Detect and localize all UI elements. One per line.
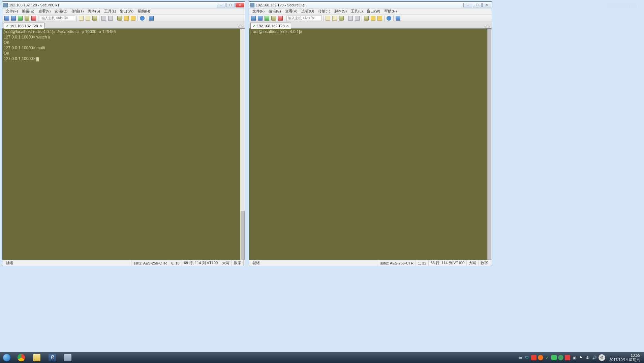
toolbar-quick-connect-icon[interactable] (257, 15, 263, 21)
maximize-button[interactable]: ☐ (473, 3, 482, 7)
toolbar-options-icon[interactable] (123, 15, 129, 21)
tray-flag-icon[interactable]: ⚑ (578, 355, 584, 360)
toolbar-reconnect-icon[interactable] (24, 15, 30, 21)
tray-volume-icon[interactable]: 🔊 (592, 355, 597, 360)
terminal-area[interactable]: [root@localhost redis-4.0.1]# ./src/redi… (2, 29, 245, 260)
app-icon (250, 3, 254, 7)
toolbar-key-icon[interactable] (130, 15, 136, 21)
tray-icon[interactable]: ▣ (572, 355, 577, 360)
toolbar-quick-connect-icon[interactable] (10, 15, 17, 21)
toolbar-copy-icon[interactable] (325, 15, 331, 21)
menu-tools[interactable]: 工具(L) (102, 9, 118, 14)
toolbar-print-icon[interactable] (101, 15, 107, 21)
close-button[interactable]: ✕ (236, 3, 244, 7)
tray-shield-icon[interactable]: 🛡 (524, 355, 530, 360)
toolbar-paste-icon[interactable] (332, 15, 338, 21)
taskbar-app-explorer[interactable] (29, 353, 44, 362)
toolbar-help-icon[interactable] (386, 15, 392, 21)
toolbar-copy-icon[interactable] (78, 15, 84, 21)
tray-clock[interactable]: 13:55 2017/10/14 星期六 (607, 353, 643, 362)
menu-window[interactable]: 窗口(W) (365, 9, 382, 14)
toolbar-log-icon[interactable] (117, 15, 123, 21)
tab-scroll-right-icon[interactable]: ▷ (241, 25, 244, 28)
session-tab[interactable]: ✔ 192.168.132.128 ✕ (4, 23, 44, 29)
toolbar-print-icon[interactable] (347, 15, 354, 21)
menu-options[interactable]: 选项(O) (299, 9, 316, 14)
menu-edit[interactable]: 编辑(E) (267, 9, 283, 14)
menu-file[interactable]: 文件(F) (250, 9, 267, 14)
toolbar-extra-icon[interactable] (395, 15, 401, 21)
menu-options[interactable]: 选项(O) (53, 9, 69, 14)
minimize-button[interactable]: ─ (463, 3, 472, 7)
scrollbar-thumb[interactable] (241, 211, 245, 260)
toolbar-session-icon[interactable] (250, 15, 256, 21)
tray-network-icon[interactable]: 🖧 (585, 355, 590, 360)
tab-scroll-left-icon[interactable]: ◁ (238, 25, 240, 28)
tab-close-icon[interactable]: ✕ (286, 24, 289, 28)
session-tab[interactable]: ✔ 192.168.132.128 ✕ (250, 23, 291, 29)
taskbar-app-chrome[interactable] (14, 353, 29, 362)
scrollbar[interactable] (487, 29, 492, 260)
maximize-button[interactable]: ☐ (226, 3, 235, 7)
toolbar-extra-icon[interactable] (148, 15, 154, 21)
host-input[interactable] (40, 16, 75, 21)
toolbar-paste-icon[interactable] (85, 15, 91, 21)
toolbar-connect-icon[interactable] (17, 15, 23, 21)
toolbar-find-icon[interactable] (92, 15, 98, 21)
tab-scroll-left-icon[interactable]: ◁ (484, 25, 487, 28)
toolbar-disconnect-icon[interactable] (277, 15, 283, 21)
menu-tools[interactable]: 工具(L) (349, 9, 365, 14)
tray-icon[interactable]: ▭ (518, 355, 523, 360)
tray-icon[interactable]: ✓ (545, 355, 550, 360)
toolbar (249, 15, 492, 22)
toolbar (2, 15, 245, 22)
close-button[interactable]: ✕ (482, 3, 491, 7)
menu-transfer[interactable]: 传输(T) (316, 9, 332, 14)
toolbar-reconnect-icon[interactable] (271, 15, 277, 21)
statusbar: 就绪 ssh2: AES-256-CTR 1, 31 68 行, 114 列 V… (249, 260, 492, 266)
menu-script[interactable]: 脚本(S) (86, 9, 102, 14)
toolbar-key-icon[interactable] (377, 15, 383, 21)
menu-view[interactable]: 查看(V) (36, 9, 53, 14)
terminal-cursor (36, 57, 39, 61)
toolbar-printscreen-icon[interactable] (354, 15, 360, 21)
toolbar-connect-icon[interactable] (264, 15, 270, 21)
toolbar-find-icon[interactable] (338, 15, 344, 21)
scrollbar[interactable] (240, 29, 245, 260)
toolbar-printscreen-icon[interactable] (108, 15, 114, 21)
tray-icon[interactable] (558, 355, 563, 360)
taskbar-app-generic[interactable]: 8 (45, 353, 60, 362)
toolbar-separator (137, 16, 138, 21)
host-input[interactable] (286, 16, 322, 21)
start-button[interactable] (0, 352, 13, 363)
taskbar-app-securecrt[interactable] (60, 353, 75, 362)
connected-icon: ✔ (6, 24, 9, 28)
menu-help[interactable]: 帮助(H) (135, 9, 152, 14)
minimize-button[interactable]: ─ (217, 3, 225, 7)
menu-view[interactable]: 查看(V) (283, 9, 300, 14)
titlebar[interactable]: 192.168.132.128 - SecureCRT ─ ☐ ✕ (2, 2, 245, 8)
menu-script[interactable]: 脚本(S) (332, 9, 349, 14)
menu-window[interactable]: 窗口(W) (118, 9, 135, 14)
terminal-area[interactable]: [root@localhost redis-4.0.1]# (249, 29, 492, 260)
titlebar[interactable]: 192.168.132.128 - SecureCRT ─ ☐ ✕ (249, 2, 492, 8)
tray-icon[interactable] (538, 355, 543, 360)
toolbar-session-icon[interactable] (4, 15, 10, 21)
menu-file[interactable]: 文件(F) (4, 9, 20, 14)
menu-transfer[interactable]: 传输(T) (69, 9, 86, 14)
tab-close-icon[interactable]: ✕ (39, 24, 42, 28)
status-ready: 就绪 (250, 260, 378, 266)
toolbar-log-icon[interactable] (363, 15, 369, 21)
tray-icon[interactable] (531, 355, 536, 360)
toolbar-disconnect-icon[interactable] (31, 15, 37, 21)
tray-icon[interactable] (551, 355, 557, 360)
tray-ime-indicator[interactable]: 41 (599, 354, 605, 361)
toolbar-separator (38, 16, 38, 21)
toolbar-help-icon[interactable] (139, 15, 145, 21)
menu-edit[interactable]: 编辑(E) (20, 9, 36, 14)
scrollbar-thumb[interactable] (487, 29, 491, 260)
toolbar-options-icon[interactable] (370, 15, 376, 21)
menu-help[interactable]: 帮助(H) (382, 9, 399, 14)
tab-scroll-right-icon[interactable]: ▷ (488, 25, 490, 28)
tray-icon[interactable] (565, 355, 570, 360)
